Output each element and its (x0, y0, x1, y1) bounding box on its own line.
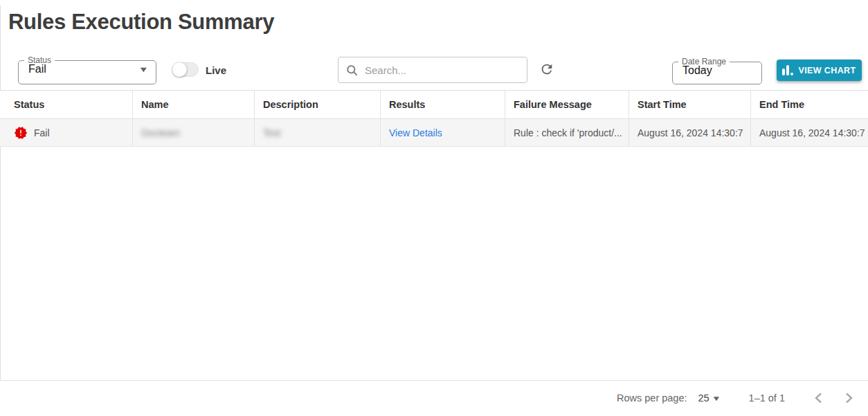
column-header-name: Name (133, 91, 255, 118)
failure-message-cell: Rule : check if 'product/... (505, 119, 629, 146)
column-header-description: Description (255, 91, 381, 118)
column-header-end-time: End Time (751, 91, 868, 118)
view-chart-button-label: VIEW CHART (798, 66, 856, 75)
end-time-cell: August 16, 2024 14:30:7 (751, 119, 868, 146)
bar-chart-icon (782, 65, 793, 75)
column-header-results: Results (381, 91, 505, 118)
view-details-link[interactable]: View Details (389, 127, 442, 138)
refresh-button[interactable] (539, 61, 555, 78)
date-range-value: Today (682, 64, 712, 77)
search-icon (345, 64, 359, 77)
results-cell: View Details (381, 119, 505, 146)
chevron-down-icon: ▼ (138, 65, 149, 73)
search-box[interactable] (338, 57, 527, 83)
table-row: Fail Docteam Test View Details Rule : ch… (0, 119, 868, 147)
next-page-button[interactable] (839, 388, 858, 408)
live-toggle[interactable] (172, 62, 199, 77)
error-badge-icon (14, 126, 28, 140)
search-input[interactable] (365, 64, 520, 76)
rows-per-page-select[interactable]: 25 ▼ (698, 392, 720, 404)
chevron-down-icon: ▼ (712, 395, 721, 402)
refresh-icon (539, 62, 554, 77)
column-header-failure-message: Failure Message (505, 91, 629, 118)
status-filter-value: Fail (28, 63, 46, 75)
chevron-right-icon (845, 392, 853, 404)
view-chart-button[interactable]: VIEW CHART (777, 60, 862, 81)
previous-page-button[interactable] (808, 388, 828, 408)
live-toggle-label: Live (206, 64, 226, 76)
date-range-field[interactable]: Date Range Today (672, 57, 762, 84)
status-filter-select[interactable]: Status Fail ▼ (18, 56, 156, 84)
column-header-start-time: Start Time (629, 91, 751, 118)
column-header-status: Status (0, 91, 133, 118)
pagination-range-label: 1–1 of 1 (749, 392, 785, 404)
chevron-left-icon (815, 392, 822, 404)
pagination-bar: Rows per page: 25 ▼ 1–1 of 1 (0, 381, 868, 415)
rules-table: Status Name Description Results Failure … (0, 90, 868, 147)
page-title: Rules Execution Summary (8, 10, 274, 35)
start-time-cell: August 16, 2024 14:30:7 (629, 119, 751, 146)
rows-per-page-label: Rows per page: (617, 392, 687, 404)
status-value: Fail (34, 127, 50, 138)
description-cell: Test (255, 119, 381, 146)
description-value-redacted: Test (263, 127, 281, 138)
status-cell: Fail (0, 119, 133, 146)
name-cell: Docteam (133, 119, 255, 146)
container-left-border (0, 6, 1, 380)
toggle-knob (172, 62, 187, 77)
table-header-row: Status Name Description Results Failure … (0, 90, 868, 119)
name-value-redacted: Docteam (141, 127, 180, 138)
rows-per-page-value: 25 (698, 392, 709, 404)
